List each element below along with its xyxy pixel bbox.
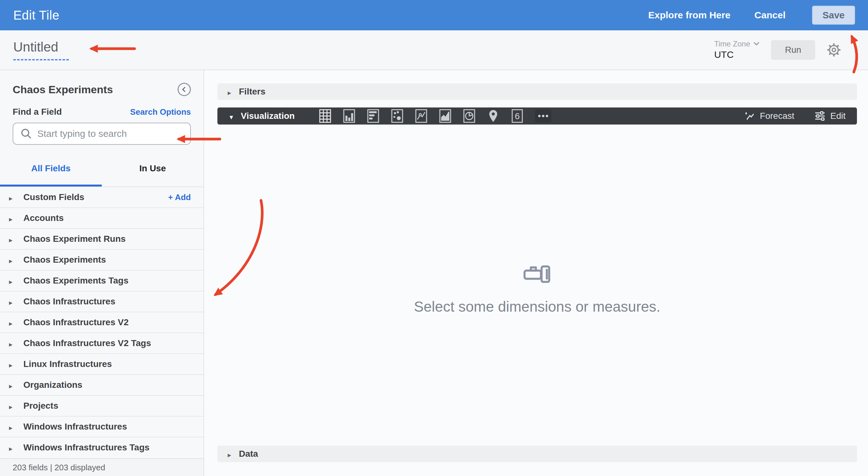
search-options-link[interactable]: Search Options xyxy=(130,107,191,117)
viz-pie-chart-button[interactable] xyxy=(463,109,475,123)
edit-viz-label: Edit xyxy=(830,111,845,121)
viz-bar-chart-button[interactable] xyxy=(367,109,379,123)
visualization-label: Visualization xyxy=(241,111,295,121)
empty-state-message: Select some dimensions or measures. xyxy=(414,298,660,315)
field-search xyxy=(13,123,191,145)
field-group-label: Chaos Experiment Runs xyxy=(23,234,126,244)
timezone-value: UTC xyxy=(714,49,760,61)
field-group-row-custom-fields[interactable]: Custom Fields + Add xyxy=(0,186,204,207)
caret-right-icon xyxy=(8,400,14,412)
chevron-left-icon xyxy=(181,86,188,93)
field-group-row[interactable]: Linux Infrastructures xyxy=(0,353,204,374)
field-group-row[interactable]: Projects xyxy=(0,395,204,416)
tile-title-input[interactable]: Untitled xyxy=(13,39,69,60)
caret-right-icon xyxy=(8,233,14,245)
viz-single-value-button[interactable]: 6 xyxy=(511,109,524,123)
caret-right-icon xyxy=(8,317,14,328)
tab-in-use[interactable]: In Use xyxy=(102,152,204,186)
caret-right-icon xyxy=(8,296,14,307)
viz-map-button[interactable] xyxy=(487,109,500,123)
body: Chaos Experiments Find a Field Search Op… xyxy=(0,70,868,476)
field-count-status: 203 fields | 203 displayed xyxy=(0,458,204,476)
field-group-label: Linux Infrastructures xyxy=(23,359,112,369)
cancel-button[interactable]: Cancel xyxy=(754,10,785,21)
field-group-label: Chaos Experiments xyxy=(23,255,106,265)
filters-section-toggle[interactable]: Filters xyxy=(217,84,857,100)
pie-chart-icon xyxy=(463,109,475,123)
field-group-row[interactable]: Windows Infrastructures xyxy=(0,416,204,437)
forecast-label: Forecast xyxy=(760,111,795,121)
field-group-label: Chaos Infrastructures V2 xyxy=(23,317,129,327)
find-a-field-label: Find a Field xyxy=(13,107,62,117)
field-group-list: Custom Fields + Add Accounts Chaos Exper… xyxy=(0,186,204,458)
line-chart-icon xyxy=(415,109,427,123)
viz-line-chart-button[interactable] xyxy=(415,109,428,123)
field-group-row[interactable]: Chaos Infrastructures V2 xyxy=(0,311,204,332)
viz-scatter-plot-button[interactable] xyxy=(391,109,404,123)
edit-tile-page: Edit Tile Explore from Here Cancel Save … xyxy=(0,0,868,476)
caret-right-icon xyxy=(226,448,232,460)
field-group-label: Projects xyxy=(23,401,58,411)
bar-chart-icon xyxy=(367,109,379,123)
data-section-toggle[interactable]: Data xyxy=(217,446,857,462)
viz-type-picker: 6 xyxy=(319,109,551,123)
flashlight-icon xyxy=(523,264,552,283)
column-chart-icon xyxy=(343,109,355,123)
explore-from-here-button[interactable]: Explore from Here xyxy=(648,10,731,21)
chevron-down-icon xyxy=(753,42,760,46)
save-button[interactable]: Save xyxy=(812,6,855,25)
map-pin-icon xyxy=(488,109,499,123)
field-group-label: Organizations xyxy=(23,380,83,390)
forecast-button[interactable]: Forecast xyxy=(744,111,795,121)
run-button[interactable]: Run xyxy=(771,40,815,60)
caret-right-icon xyxy=(8,442,14,453)
table-icon xyxy=(319,109,331,123)
svg-text:6: 6 xyxy=(515,111,520,121)
caret-right-icon xyxy=(8,358,14,370)
field-group-row[interactable]: Chaos Infrastructures xyxy=(0,291,204,311)
visualization-bar: Visualization xyxy=(217,108,857,124)
field-group-row[interactable]: Chaos Experiment Runs xyxy=(0,228,204,249)
search-input[interactable] xyxy=(13,123,191,145)
field-group-label: Accounts xyxy=(23,213,64,223)
gear-icon xyxy=(827,43,841,57)
caret-right-icon xyxy=(8,254,14,266)
top-bar: Edit Tile Explore from Here Cancel Save xyxy=(0,0,868,30)
edit-viz-button[interactable]: Edit xyxy=(815,111,845,121)
viz-column-chart-button[interactable] xyxy=(343,109,355,123)
field-group-row[interactable]: Chaos Experiments xyxy=(0,249,204,270)
field-group-label: Chaos Experiments Tags xyxy=(23,276,128,286)
settings-button[interactable] xyxy=(827,43,841,57)
field-group-label: Chaos Infrastructures xyxy=(23,296,115,306)
field-group-label: Chaos Infrastructures V2 Tags xyxy=(23,338,151,348)
page-title: Edit Tile xyxy=(13,8,59,23)
caret-right-icon xyxy=(8,379,14,391)
viz-area-chart-button[interactable] xyxy=(439,109,452,123)
field-group-row[interactable]: Chaos Infrastructures V2 Tags xyxy=(0,332,204,353)
add-custom-field-button[interactable]: + Add xyxy=(168,192,191,202)
forecast-icon xyxy=(744,111,755,121)
caret-right-icon xyxy=(8,275,14,287)
tile-header: Untitled Time Zone UTC Run xyxy=(0,30,868,70)
caret-right-icon xyxy=(8,212,14,224)
field-group-row[interactable]: Accounts xyxy=(0,207,204,228)
search-icon xyxy=(20,128,32,140)
edit-settings-icon xyxy=(815,111,825,121)
viz-table-button[interactable] xyxy=(319,109,332,123)
field-group-row[interactable]: Chaos Experiments Tags xyxy=(0,270,204,291)
field-group-row[interactable]: Windows Infrastructures Tags xyxy=(0,437,204,458)
field-picker-sidebar: Chaos Experiments Find a Field Search Op… xyxy=(0,70,204,476)
field-group-row[interactable]: Organizations xyxy=(0,374,204,395)
timezone-selector[interactable]: Time Zone UTC xyxy=(714,39,760,61)
field-tabs: All Fields In Use xyxy=(0,152,204,186)
viz-canvas: Select some dimensions or measures. xyxy=(217,124,857,446)
viz-more-button[interactable] xyxy=(535,109,551,123)
scatter-plot-icon xyxy=(391,109,403,123)
caret-right-icon xyxy=(8,337,14,349)
single-value-icon: 6 xyxy=(511,109,523,123)
more-dots-icon xyxy=(537,114,549,118)
collapse-sidebar-button[interactable] xyxy=(178,83,191,96)
explore-title: Chaos Experiments xyxy=(13,84,113,96)
tab-all-fields[interactable]: All Fields xyxy=(0,152,102,186)
field-group-label: Custom Fields xyxy=(23,192,84,202)
